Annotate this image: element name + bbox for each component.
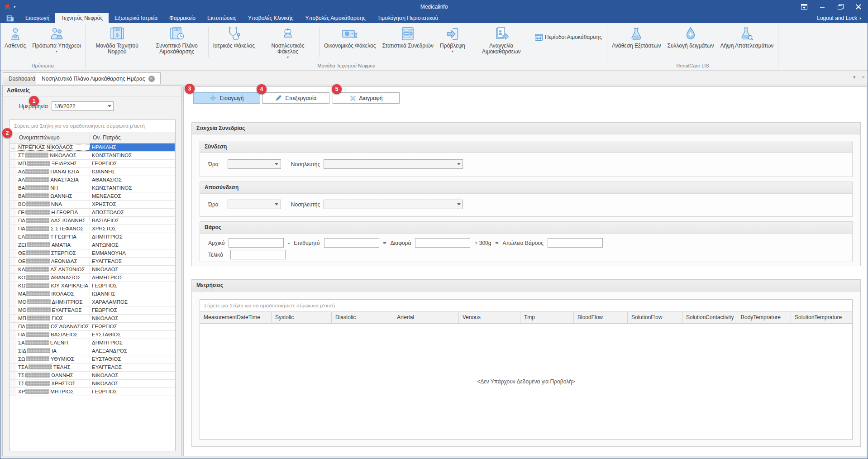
financial-file-button[interactable]: Οικονομικός Φάκελος bbox=[321, 24, 379, 62]
patient-row[interactable]: ΣΙΔΙΑΑΛΕΞΑΝΔΡΟΣ bbox=[10, 347, 175, 355]
patients-button[interactable]: Ασθενείς bbox=[1, 24, 29, 62]
date-combobox[interactable]: 1/6/2022 bbox=[52, 101, 114, 111]
patient-row[interactable]: ΤΣΙΧΡΗΣΤΟΣΝΙΚΟΛΑΟΣ bbox=[10, 380, 175, 388]
final-weight-input[interactable] bbox=[230, 250, 286, 259]
patient-row[interactable]: ΠΑΣ ΣΤΕΦΑΝΟΣΧΡΗΣΤΟΣ bbox=[10, 225, 175, 233]
renal-unit-button[interactable]: Μονάδα Τεχνητού Νεφρού bbox=[87, 24, 147, 62]
measurement-column-header[interactable]: Tmp bbox=[520, 312, 574, 323]
patient-row[interactable]: ΤΣΙΩΑΝΝΗΣΝΙΚΟΛΑΟΣ bbox=[10, 372, 175, 380]
column-header-name[interactable]: Ονοματεπώνυμο bbox=[16, 132, 90, 143]
patient-row[interactable]: ΚΑΑΣ ΑΝΤΩΝΙΟΣΝΙΚΟΛΑΟΣ bbox=[10, 266, 175, 274]
patient-row[interactable]: ΜΠΞΕΙΑΡΧΗΣΓΕΩΡΓΙΟΣ bbox=[10, 160, 175, 168]
measurement-column-header[interactable]: Arterial bbox=[393, 312, 459, 323]
patient-row[interactable]: ΣΩΥΘΥΜΙΟΣΕΥΣΤΑΘΙΟΣ bbox=[10, 355, 175, 363]
logout-and-lock-button[interactable]: Logout and Lock ▾ bbox=[811, 13, 868, 23]
session-statistics-button[interactable]: Στατιστικά Συνεδριών bbox=[379, 24, 437, 62]
tab-strip-close-icon[interactable]: × bbox=[862, 74, 865, 80]
minimize-button[interactable] bbox=[813, 0, 831, 13]
dialysis-periods-button[interactable]: Περίοδοι Αιμοκάθαρσης bbox=[531, 33, 606, 42]
measurement-column-header[interactable]: Venous bbox=[459, 312, 520, 323]
patient-row[interactable]: ΣΑΕΛΕΝΗΔΗΜΗΤΡΙΟΣ bbox=[10, 339, 175, 347]
patient-row[interactable]: ΜΠΓΙΟΣΝΙΚΟΛΑΟΣ bbox=[10, 315, 175, 323]
patient-row[interactable]: ΧΡΜΗΤΡΙΟΣΓΕΩΡΓΙΟΣ bbox=[10, 388, 175, 396]
patient-row[interactable]: ΒΑΝΗΚΩΝΣΤΑΝΤΙΝΟΣ bbox=[10, 184, 175, 192]
dialysis-announcement-button[interactable]: Αναγγελία Αιμοκαθάρσεων bbox=[472, 24, 531, 62]
measurement-column-header[interactable]: Diastolic bbox=[332, 312, 393, 323]
measurement-column-header[interactable]: BodyTemprature bbox=[737, 312, 791, 323]
forecast-button[interactable]: Πρόβλεψη ▾ bbox=[437, 24, 468, 62]
patient-row[interactable]: ΜΟΔΗΜΗΤΡΙΟΣΧΑΡΑΛΑΜΠΟΣ bbox=[10, 298, 175, 306]
weight-loss-input[interactable] bbox=[548, 238, 603, 248]
patient-row[interactable]: →ΝΤΡΕΓΚΑΣ ΝΙΚΟΛΑΟΣΗΡΑΚΛΗΣ bbox=[10, 143, 175, 152]
measurement-column-header[interactable]: SolutionFlow bbox=[628, 312, 682, 323]
assign-tests-button[interactable]: Ανάθεση Εξετάσεων bbox=[609, 24, 664, 62]
patient-row[interactable]: ΚΩΙΟΥ ΧΑΡΙΚΛΕΙΑΓΕΩΡΓΙΟΣ bbox=[10, 282, 175, 290]
menu-tab-0[interactable]: Εισαγωγή bbox=[19, 13, 55, 23]
nursing-file-button[interactable]: Νοσηλευτικός Φάκελος ▾ bbox=[258, 24, 318, 62]
patient-row[interactable]: ΑΔΠΑΝΑΓΙΩΤΑΙΩΑΝΝΗΣ bbox=[10, 168, 175, 176]
patient-row[interactable]: ΜΑΙΚΟΛΑΟΣΙΩΑΝΝΗΣ bbox=[10, 290, 175, 298]
ribbon-display-options-button[interactable] bbox=[795, 0, 813, 13]
measurement-column-header[interactable]: BloodFlow bbox=[574, 312, 628, 323]
measurement-column-header[interactable]: SolutionTemprature bbox=[791, 312, 852, 323]
menu-tab-4[interactable]: Εκτυπώσεις bbox=[201, 13, 242, 23]
insert-button[interactable]: Εισαγωγή bbox=[193, 92, 260, 104]
tab-dashboard[interactable]: Dashboard bbox=[3, 72, 41, 84]
row-indicator bbox=[10, 201, 16, 208]
file-menu-icon[interactable] bbox=[0, 13, 19, 23]
desired-weight-input[interactable] bbox=[324, 238, 379, 248]
ribbon-button-label: Πρόσωπα Υπόχρεοι bbox=[32, 43, 81, 49]
patient-row[interactable]: ΓΕΙΗ ΓΕΩΡΓΙΑΑΠΟΣΤΟΛΟΣ bbox=[10, 209, 175, 217]
connect-time-combobox[interactable] bbox=[228, 159, 281, 169]
medical-file-button[interactable]: Ιατρικός Φάκελος bbox=[210, 24, 258, 62]
tab-close-icon[interactable]: × bbox=[148, 76, 155, 82]
banknote-icon bbox=[341, 26, 358, 42]
patient-row[interactable]: ΜΟΕΥΑΓΓΕΛΟΣΓΕΩΡΓΙΟΣ bbox=[10, 306, 175, 315]
ribbon-separator bbox=[319, 27, 320, 57]
menu-tab-1[interactable]: Τεχνητός Νεφρός bbox=[55, 13, 109, 23]
menu-tab-3[interactable]: Φαρμακείο bbox=[163, 13, 201, 23]
row-indicator bbox=[10, 266, 16, 273]
tab-nursing-plan[interactable]: Νοσηλευτικό Πλάνο Αιμοκάθαρσης Ημέρας × bbox=[36, 72, 161, 84]
column-header-father[interactable]: Ον. Πατρός bbox=[90, 132, 175, 143]
obligor-persons-button[interactable]: Πρόσωπα Υπόχρεοι ▾ bbox=[29, 24, 84, 62]
delete-button[interactable]: Διαγραφή bbox=[333, 92, 400, 104]
edit-button[interactable]: Επεξεργασία bbox=[262, 92, 329, 104]
difference-input[interactable] bbox=[415, 238, 470, 248]
patient-row[interactable]: ΘΕΛΕΩΝΙΔΑΣΕΥΑΓΓΕΛΟΣ bbox=[10, 258, 175, 266]
patient-row[interactable]: ΑΛΑΝΑΣΤΑΣΙΑΑΘΑΝΑΣΙΟΣ bbox=[10, 176, 175, 184]
tab-scroll-chevron-down-icon[interactable]: ▾ bbox=[853, 74, 856, 80]
patient-row[interactable]: ΘΕΣΤΕΡΓΙΟΣΕΜΜΑΝΟΥΗΛ bbox=[10, 249, 175, 258]
menu-tab-2[interactable]: Εξωτερικά Ιατρεία bbox=[109, 13, 163, 23]
menu-tab-5[interactable]: Υποβολές Κλινικής bbox=[242, 13, 299, 23]
menu-tab-7[interactable]: Τιμολόγηση Περιστατικού bbox=[372, 13, 444, 23]
tab-label: Νοσηλευτικό Πλάνο Αιμοκάθαρσης Ημέρας bbox=[42, 76, 145, 82]
measurement-column-header[interactable]: Systolic bbox=[272, 312, 332, 323]
restore-button[interactable] bbox=[831, 0, 849, 13]
patient-row[interactable]: ΒΑΩΑΝΝΗΣΜΕΝΕΛΕΟΣ bbox=[10, 192, 175, 201]
patient-row[interactable]: ΤΣΑΤΕΛΗΣΕΥΑΓΓΕΛΟΣ bbox=[10, 363, 175, 372]
measurement-column-header[interactable]: SolutionContactivity bbox=[682, 312, 737, 323]
initial-weight-input[interactable] bbox=[229, 238, 284, 248]
measurement-column-header[interactable]: MeasurementDateTime bbox=[200, 312, 272, 323]
get-results-button[interactable]: Λήψη Αποτελεσμάτων bbox=[717, 24, 777, 62]
patient-row[interactable]: ΠΑΒΑΣΙΛΕΙΟΣΕΥΣΤΑΘΙΟΣ bbox=[10, 331, 175, 339]
patient-row[interactable]: ΣΤΝΙΚΟΛΑΟΣΚΩΝΣΤΑΝΤΙΝΟΣ bbox=[10, 152, 175, 160]
pencil-icon bbox=[275, 95, 282, 101]
connect-nurse-combobox[interactable] bbox=[324, 159, 463, 169]
patient-row[interactable]: ΠΑΛΑΣ ΙΩΑΝΝΗΣΒΑΣΙΛΕΙΟΣ bbox=[10, 217, 175, 225]
disconnect-time-combobox[interactable] bbox=[228, 200, 281, 209]
disconnect-nurse-combobox[interactable] bbox=[324, 200, 463, 209]
patient-row[interactable]: ΠΑΟΣ ΑΘΑΝΑΣΙΟΣΓΕΩΡΓΙΟΣ bbox=[10, 323, 175, 331]
patient-row[interactable]: ΕΛΤ ΓΕΩΡΓΙΑΔΗΜΗΤΡΙΟΣ bbox=[10, 233, 175, 241]
close-button[interactable] bbox=[849, 0, 868, 13]
collect-samples-button[interactable]: Συλλογή δειγμάτων bbox=[664, 24, 717, 62]
menu-tab-6[interactable]: Υποβολές Αιμοκάθαρσης bbox=[299, 13, 371, 23]
quick-access-chevron-down-icon[interactable]: ▾ bbox=[14, 5, 16, 9]
tab-label: Dashboard bbox=[9, 76, 35, 82]
patient-row[interactable]: ΖΕΙΑΜΑΤΙΑΑΝΤΩΝΙΟΣ bbox=[10, 241, 175, 249]
summary-dialysis-plan-button[interactable]: Συνοπτικό Πλάνο Αιμοκάθαρσης bbox=[147, 24, 207, 62]
redacted-text-blur bbox=[27, 161, 50, 166]
patient-row[interactable]: ΒΟΝΝΑΧΡΗΣΤΟΣ bbox=[10, 201, 175, 209]
patient-row[interactable]: ΚΟΑΘΑΝΑΣΙΟΣΔΗΜΗΤΡΙΟΣ bbox=[10, 274, 175, 282]
